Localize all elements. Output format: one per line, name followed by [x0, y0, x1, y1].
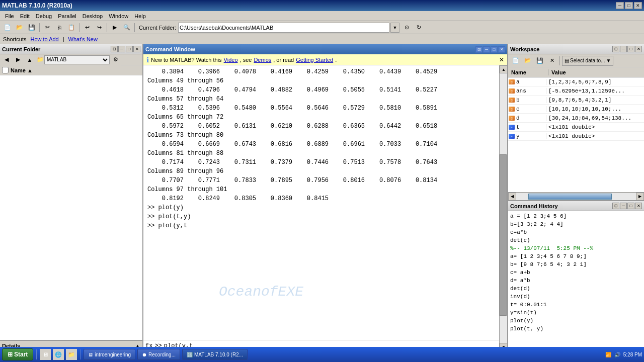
how-to-add-link[interactable]: How to Add [30, 36, 58, 42]
ch-line-3[interactable]: det(c) [510, 236, 642, 244]
nav-forward-button[interactable]: ▶ [13, 54, 24, 65]
ch-line-8[interactable]: d= a*b [510, 277, 642, 285]
undo-button[interactable]: ↩ [82, 22, 93, 33]
ch-line-14[interactable]: plot(t, y) [510, 325, 642, 333]
browse-folder-button[interactable]: ⊙ [401, 22, 413, 33]
video-link[interactable]: Video [224, 57, 238, 63]
ch-line-1[interactable]: b=[3 3;2 2; 4 4] [510, 220, 642, 228]
scroll-thumb[interactable] [500, 154, 507, 316]
ch-line-4[interactable]: %-- 13/07/11 5:25 PM --% [510, 244, 642, 252]
cmd-close-button[interactable]: ✕ [498, 46, 505, 53]
ch-line-13[interactable]: plot(y) [510, 317, 642, 325]
ws-close-button[interactable]: ✕ [635, 46, 642, 52]
menu-file[interactable]: File [2, 12, 17, 20]
open-button[interactable]: 📂 [14, 22, 25, 33]
save-button[interactable]: 💾 [26, 22, 37, 33]
cmd-undock-button[interactable]: ⊡ [475, 46, 482, 53]
hs-thumb[interactable] [528, 194, 612, 200]
cmd-header-97: Columns 97 through 101 [147, 185, 495, 194]
ws-new-var-button[interactable]: 📄 [510, 55, 521, 66]
ws-maximize-button[interactable]: □ [627, 46, 634, 52]
select-all-checkbox[interactable] [2, 67, 9, 73]
minimize-button[interactable]: ─ [616, 2, 624, 9]
taskbar-item-recording[interactable]: ⏺ Recording... [137, 349, 180, 360]
panel-close-button[interactable]: ✕ [133, 46, 140, 52]
nav-up-button[interactable]: ▲ [24, 54, 35, 65]
cmd-content[interactable]: 0.3894 0.3966 0.4078 0.4169 0.4259 0.435… [143, 65, 499, 340]
file-list[interactable] [0, 75, 142, 340]
menu-window[interactable]: Window [106, 12, 131, 20]
ws-delete-button[interactable]: ✕ [546, 55, 557, 66]
redo-button[interactable]: ↪ [94, 22, 105, 33]
maximize-button[interactable]: □ [625, 2, 633, 9]
close-button[interactable]: ✕ [634, 2, 642, 9]
taskbar-browser[interactable]: 🌐 [53, 349, 64, 360]
menu-edit[interactable]: Edit [17, 12, 33, 20]
whats-new-link[interactable]: What's New [68, 36, 98, 42]
cut-button[interactable]: ✂ [42, 22, 53, 33]
ch-line-10[interactable]: inv(d) [510, 293, 642, 301]
cmd-scrollbar-vertical[interactable]: ▲ ▼ [499, 65, 507, 351]
ws-horizontal-scrollbar[interactable]: ◀ ▶ [508, 192, 644, 200]
ch-minimize-button[interactable]: ─ [620, 203, 627, 209]
ch-line-7[interactable]: c= a+b [510, 268, 642, 277]
panel-minimize-button[interactable]: ─ [118, 46, 125, 52]
ws-row-d[interactable]: []d[30,24,18;84,69,54;138... [508, 114, 644, 123]
taskbar-show-desktop[interactable]: 🖥 [40, 349, 51, 360]
ch-maximize-button[interactable]: □ [627, 203, 634, 209]
panel-maximize-button[interactable]: □ [126, 46, 133, 52]
ws-row-ans[interactable]: []ans[-5.6295e+13,1.1259e... [508, 86, 644, 96]
taskbar-item-matlab[interactable]: 🔢 MATLAB 7.10.0 (R2... [182, 349, 248, 360]
demos-link[interactable]: Demos [254, 57, 271, 63]
ch-close-button[interactable]: ✕ [635, 203, 642, 209]
ws-open-button[interactable]: 📂 [522, 55, 533, 66]
start-button[interactable]: ⊞ Start [2, 348, 33, 360]
ws-save-button[interactable]: 💾 [534, 55, 545, 66]
ws-row-t[interactable]: ≈t<1x101 double> [508, 123, 644, 132]
paste-button[interactable]: 📋 [66, 22, 77, 33]
scroll-up-button[interactable]: ▲ [500, 65, 507, 73]
select-data-button[interactable]: ▤ Select data to... ▼ [562, 56, 613, 66]
new-file-button[interactable]: 📄 [2, 22, 13, 33]
ws-row-c[interactable]: []c[10,10,10;10,10,10;... [508, 105, 644, 114]
refresh-button[interactable]: ↻ [414, 22, 425, 33]
hs-right-button[interactable]: ▶ [636, 193, 644, 201]
ch-line-11[interactable]: t= 0:0.01:1 [510, 301, 642, 309]
hs-track[interactable] [516, 193, 636, 200]
ws-row-b[interactable]: []b[9,8,7;6,5,4;3,2,1] [508, 96, 644, 105]
workspace-title: Workspace [510, 46, 540, 52]
info-close-button[interactable]: ✕ [499, 56, 504, 63]
nav-back-button[interactable]: ◀ [1, 54, 12, 65]
menu-debug[interactable]: Debug [33, 12, 55, 20]
debug-button[interactable]: 🔍 [121, 22, 132, 33]
copy-button[interactable]: ⎘ [54, 22, 65, 33]
panel-undock-button[interactable]: ⊡ [111, 46, 118, 52]
ws-undock-button[interactable]: ⊡ [612, 46, 619, 52]
ch-line-0[interactable]: a = [1 2 3;4 5 6] [510, 212, 642, 220]
folder-browse-button[interactable]: ▼ [390, 23, 399, 33]
ws-row-a[interactable]: []a[1,2,3;4,5,6;7,8,9] [508, 77, 644, 86]
cmd-minimize-button[interactable]: ─ [483, 46, 490, 53]
ws-minimize-button[interactable]: ─ [620, 46, 627, 52]
folder-path-input[interactable] [178, 23, 389, 33]
hs-left-button[interactable]: ◀ [508, 193, 516, 201]
ch-line-6[interactable]: b= [9 8 7;6 5 4; 3 2 1] [510, 260, 642, 268]
run-button[interactable]: ▶ [109, 22, 120, 33]
scroll-track[interactable] [500, 73, 507, 343]
ws-row-y[interactable]: ≈y<1x101 double> [508, 132, 644, 141]
ch-line-9[interactable]: det(d) [510, 285, 642, 293]
menu-desktop[interactable]: Desktop [79, 12, 106, 20]
getting-started-link[interactable]: Getting Started [296, 57, 333, 63]
taskbar-item-introengineering[interactable]: 🖥 introengineering [84, 349, 135, 360]
taskbar-explorer[interactable]: 📁 [66, 349, 77, 360]
ch-line-12[interactable]: y=sin(t) [510, 309, 642, 317]
menu-parallel[interactable]: Parallel [55, 12, 79, 20]
ch-undock-button[interactable]: ⊡ [612, 203, 619, 209]
menu-help[interactable]: Help [131, 12, 149, 20]
cmd-maximize-button[interactable]: □ [491, 46, 498, 53]
command-history-content[interactable]: a = [1 2 3;4 5 6]b=[3 3;2 2; 4 4]c=a*bde… [508, 211, 644, 351]
ch-line-2[interactable]: c=a*b [510, 228, 642, 236]
folder-dropdown[interactable]: MATLAB [44, 55, 110, 64]
ch-line-5[interactable]: a= [1 2 3;4 5 6 7 8 9;] [510, 252, 642, 260]
folder-settings-button[interactable]: ⚙ [110, 54, 121, 65]
